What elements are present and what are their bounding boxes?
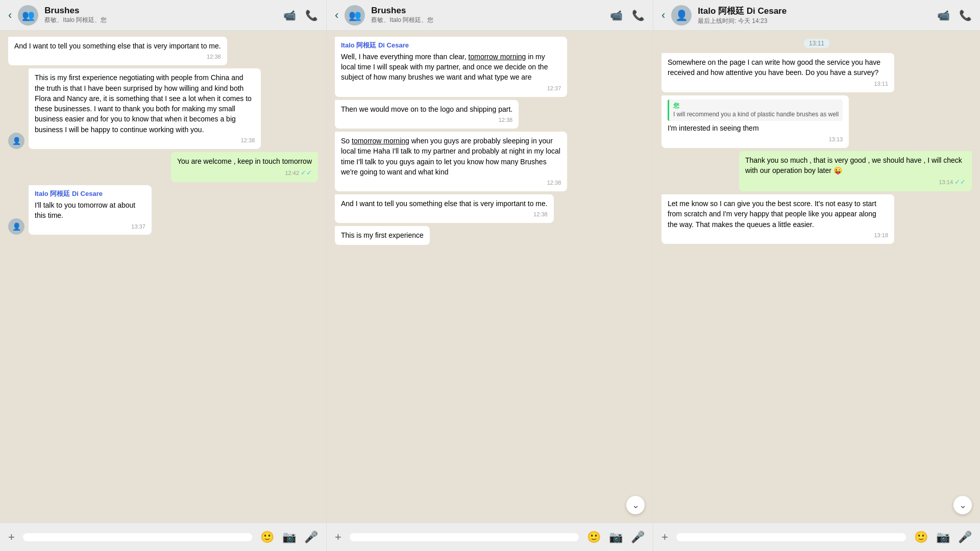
chat-panel-2: ‹ 👥 Brushes 蔡敏、Italo 阿根廷、您 📹 📞 Italo 阿根廷… xyxy=(327,0,653,551)
bottom-bar-3: + 🙂 📷 🎤 xyxy=(653,522,980,551)
video-call-button-2[interactable]: 📹 xyxy=(610,9,623,21)
emoji-button[interactable]: 🙂 xyxy=(587,531,601,544)
message-time: 12:38 xyxy=(341,116,512,124)
chat-title-2: Brushes xyxy=(371,6,604,16)
message-received: Let me know so I can give you the best s… xyxy=(662,194,894,244)
message-row-received: 👤 This is my first experience negotiatin… xyxy=(8,68,318,149)
header-info-3: Italo 阿根廷 Di Cesare 最后上线时间: 今天 14:23 xyxy=(698,5,931,26)
message-text: Then we would move on to the logo and sh… xyxy=(341,105,512,113)
message-received: Italo 阿根廷 Di Cesare Well, I have everyth… xyxy=(335,37,567,97)
sender-name: Italo 阿根廷 Di Cesare xyxy=(341,41,561,51)
sender-avatar: 👤 xyxy=(8,133,24,149)
message-text: Thank you so much , that is very good , … xyxy=(745,156,962,174)
message-input[interactable] xyxy=(23,533,252,541)
message-text: I'm interested in seeing them xyxy=(668,124,759,132)
quoted-message: 您 I will recommend you a kind of plastic… xyxy=(668,99,843,121)
chat-panel-1: ‹ 👥 Brushes 蔡敏、Italo 阿根廷、您 📹 📞 And I wan… xyxy=(0,0,327,551)
quote-sender: 您 xyxy=(673,102,839,110)
message-text: So tomorrow morning when you guys are pr… xyxy=(341,137,560,176)
header-actions-3: 📹 📞 xyxy=(937,9,972,21)
message-text: This is my first experience xyxy=(341,231,424,239)
mic-button[interactable]: 🎤 xyxy=(958,531,972,544)
header-actions-2: 📹 📞 xyxy=(610,9,645,21)
sender-name: Italo 阿根廷 Di Cesare xyxy=(35,189,145,199)
message-sent: You are welcome , keep in touch tomorrow… xyxy=(171,152,318,182)
camera-button[interactable]: 📷 xyxy=(282,531,296,544)
message-time: 13:14 ✓✓ xyxy=(745,178,966,187)
message-text: I'll talk to you tomorrow at about this … xyxy=(35,201,135,219)
message-time: 12:42 ✓✓ xyxy=(177,168,312,178)
message-received: And I want to tell you something else th… xyxy=(8,37,227,65)
message-time: 13:13 xyxy=(668,136,843,144)
message-row-received: 👤 Italo 阿根廷 Di Cesare I'll talk to you t… xyxy=(8,185,172,235)
message-text: You are welcome , keep in touch tomorrow xyxy=(177,157,312,165)
message-received: Somewhere on the page I can write how go… xyxy=(662,53,894,92)
chat-panel-3: ‹ 👤 Italo 阿根廷 Di Cesare 最后上线时间: 今天 14:23… xyxy=(653,0,980,551)
message-received: Italo 阿根廷 Di Cesare I'll talk to you tom… xyxy=(29,185,152,235)
sender-avatar: 👤 xyxy=(8,218,24,235)
read-receipt: ✓✓ xyxy=(301,168,312,178)
video-call-button-1[interactable]: 📹 xyxy=(283,9,296,21)
scroll-down-button-3[interactable]: ⌄ xyxy=(953,496,972,514)
chat-subtitle-1: 蔡敏、Italo 阿根廷、您 xyxy=(44,16,277,24)
back-button-3[interactable]: ‹ xyxy=(662,9,665,22)
emoji-button[interactable]: 🙂 xyxy=(260,531,274,544)
chat-title-3: Italo 阿根廷 Di Cesare xyxy=(698,5,931,17)
add-attachment-button[interactable]: + xyxy=(335,531,341,544)
message-input[interactable] xyxy=(676,533,906,541)
header-actions-1: 📹 📞 xyxy=(283,9,318,21)
message-text: And I want to tell you something else th… xyxy=(14,42,221,50)
message-text: And I want to tell you something else th… xyxy=(341,199,548,208)
message-text: This is my first experience negotiating … xyxy=(35,73,252,133)
message-time: 13:37 xyxy=(35,223,145,231)
message-with-quote: 您 I will recommend you a kind of plastic… xyxy=(662,95,849,148)
message-received: This is my first experience negotiating … xyxy=(29,68,261,149)
voice-call-button-1[interactable]: 📞 xyxy=(305,9,318,21)
video-call-button-3[interactable]: 📹 xyxy=(937,9,950,21)
message-received: And I want to tell you something else th… xyxy=(335,194,554,223)
chat-area-3: 13:11 Somewhere on the page I can write … xyxy=(653,31,980,522)
header-2: ‹ 👥 Brushes 蔡敏、Italo 阿根廷、您 📹 📞 xyxy=(327,0,653,31)
header-3: ‹ 👤 Italo 阿根廷 Di Cesare 最后上线时间: 今天 14:23… xyxy=(653,0,980,31)
message-sent: Thank you so much , that is very good , … xyxy=(739,151,972,191)
message-time: 12:38 xyxy=(341,179,561,187)
message-text: Well, I have everything more than clear,… xyxy=(341,53,548,82)
header-info-1: Brushes 蔡敏、Italo 阿根廷、您 xyxy=(44,6,277,24)
back-button-1[interactable]: ‹ xyxy=(8,9,12,22)
emoji-button[interactable]: 🙂 xyxy=(914,531,928,544)
avatar-3: 👤 xyxy=(671,5,692,26)
chat-title-1: Brushes xyxy=(44,6,277,16)
read-receipt: ✓✓ xyxy=(954,178,966,187)
chat-area-2: Italo 阿根廷 Di Cesare Well, I have everyth… xyxy=(327,31,653,522)
voice-call-button-2[interactable]: 📞 xyxy=(632,9,645,21)
header-1: ‹ 👥 Brushes 蔡敏、Italo 阿根廷、您 📹 📞 xyxy=(0,0,326,31)
message-received: This is my first experience xyxy=(335,226,430,244)
camera-button[interactable]: 📷 xyxy=(936,531,950,544)
header-info-2: Brushes 蔡敏、Italo 阿根廷、您 xyxy=(371,6,604,24)
add-attachment-button[interactable]: + xyxy=(8,531,15,544)
scroll-down-button-2[interactable]: ⌄ xyxy=(626,496,645,514)
message-input[interactable] xyxy=(350,533,579,541)
mic-button[interactable]: 🎤 xyxy=(304,531,318,544)
mic-button[interactable]: 🎤 xyxy=(631,531,645,544)
chat-area-1: And I want to tell you something else th… xyxy=(0,31,326,522)
message-time: 12:37 xyxy=(341,85,561,93)
voice-call-button-3[interactable]: 📞 xyxy=(959,9,972,21)
bottom-bar-1: + 🙂 📷 🎤 xyxy=(0,522,326,551)
bottom-bar-2: + 🙂 📷 🎤 xyxy=(327,522,653,551)
message-time: 13:11 xyxy=(668,80,888,88)
camera-button[interactable]: 📷 xyxy=(609,531,623,544)
message-text: Let me know so I can give you the best s… xyxy=(668,199,876,229)
message-time: 12:38 xyxy=(35,137,255,145)
avatar-1: 👥 xyxy=(18,5,38,26)
message-received: Then we would move on to the logo and sh… xyxy=(335,100,519,129)
message-time: 13:18 xyxy=(668,232,888,240)
add-attachment-button[interactable]: + xyxy=(662,531,668,544)
timestamp-label: 13:11 xyxy=(804,39,829,48)
message-time: 12:38 xyxy=(14,53,221,61)
quote-text: I will recommend you a kind of plastic h… xyxy=(673,110,839,119)
message-received: So tomorrow morning when you guys are pr… xyxy=(335,132,567,191)
avatar-2: 👥 xyxy=(345,5,365,26)
back-button-2[interactable]: ‹ xyxy=(335,9,338,22)
message-time: 12:38 xyxy=(341,211,548,219)
